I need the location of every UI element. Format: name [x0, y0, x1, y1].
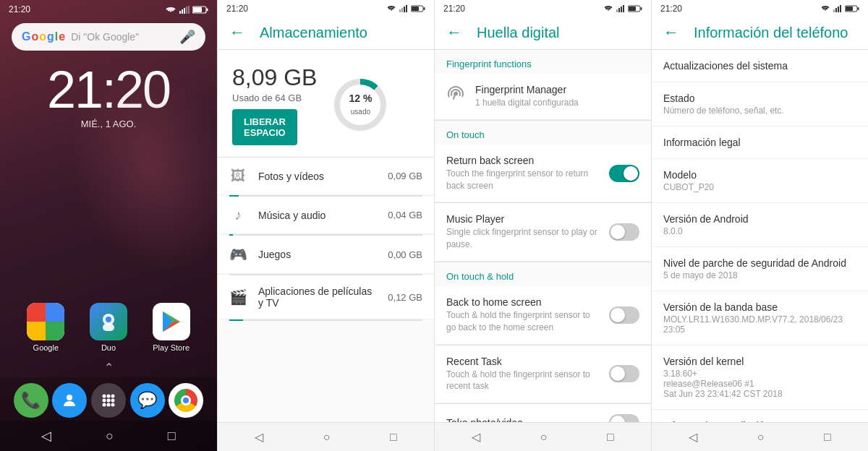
storage-back-nav[interactable]: ◁: [255, 430, 263, 444]
music-player-toggle[interactable]: [609, 223, 639, 241]
info-signal-icon: [833, 5, 842, 12]
svg-rect-21: [399, 9, 401, 12]
app-icon-google[interactable]: Google: [27, 303, 64, 352]
google-logo: Google: [22, 30, 65, 43]
fp-manager-title: Fingerprint Manager: [475, 84, 639, 95]
donut-chart: 12 % usado: [331, 76, 389, 134]
fp-back-btn[interactable]: ←: [446, 23, 462, 42]
storage-wifi-icon: [386, 5, 396, 12]
info-back-btn[interactable]: ←: [663, 23, 679, 42]
storage-item-music[interactable]: ♪ Música y audio 0,04 GB: [218, 197, 434, 234]
google-app-icon[interactable]: [27, 303, 64, 340]
info-banda[interactable]: Versión de la banda base MOLY.LR11.W1630…: [652, 291, 868, 345]
fp-home-screen-item[interactable]: Back to home screen Touch & hold the fin…: [435, 286, 651, 345]
liberar-espacio-btn[interactable]: LIBERARESPACIO: [232, 109, 297, 145]
info-estado-title: Estado: [663, 93, 856, 104]
fp-recent-nav[interactable]: □: [607, 431, 614, 444]
svg-rect-36: [629, 7, 636, 11]
dock-contacts[interactable]: [52, 383, 87, 418]
storage-item-movies[interactable]: 🎬 Aplicaciones de películas y TV 0,12 GB: [218, 275, 434, 319]
app-icons-row: Google Duo: [0, 288, 217, 358]
storage-nav-bar: ◁ ○ □: [218, 422, 434, 451]
google-search-bar[interactable]: Google Di "Ok Google" 🎤: [12, 23, 205, 51]
home-time: 21:20: [9, 4, 30, 14]
info-compilacion[interactable]: Número de compilación: [652, 410, 868, 422]
photo-toggle[interactable]: [609, 414, 639, 422]
storage-title: Almacenamiento: [260, 25, 367, 41]
home-nav-btn[interactable]: ○: [106, 429, 114, 444]
info-legal[interactable]: Información legal: [652, 126, 868, 159]
donut-label: 12 % usado: [349, 93, 372, 117]
dock-apps[interactable]: [91, 383, 126, 418]
info-modelo[interactable]: Modelo CUBOT_P20: [652, 159, 868, 203]
fp-manager-text: Fingerprint Manager 1 huella digital con…: [475, 84, 639, 109]
svg-rect-3: [186, 7, 187, 14]
fp-manager-desc: 1 huella digital configurada: [475, 97, 639, 109]
storage-item-photos[interactable]: 🖼 Fotos y vídeos 0,09 GB: [218, 158, 434, 195]
games-size: 0,00 GB: [388, 249, 422, 260]
dock-messages[interactable]: 💬: [130, 383, 165, 418]
fp-back-nav[interactable]: ◁: [472, 430, 480, 444]
fp-sensor-icon: [446, 85, 465, 103]
fp-music-player-item[interactable]: Music Player Single click fingerprint se…: [435, 203, 651, 262]
google-app-label: Google: [33, 343, 59, 352]
home-screen-toggle[interactable]: [609, 306, 639, 324]
games-label: Juegos: [258, 249, 376, 260]
info-estado[interactable]: Estado Número de teléfono, señal, etc.: [652, 82, 868, 126]
svg-point-11: [67, 395, 72, 400]
return-back-toggle[interactable]: [609, 165, 639, 182]
storage-item-games[interactable]: 🎮 Juegos 0,00 GB: [218, 236, 434, 274]
storage-stats: 8,09 GB Usado de 64 GB LIBERARESPACIO 12…: [218, 50, 434, 158]
back-nav-btn[interactable]: ◁: [41, 428, 51, 444]
info-content: Actualizaciones del sistema Estado Númer…: [652, 50, 868, 422]
photos-label: Fotos y vídeos: [258, 171, 376, 182]
svg-rect-1: [182, 9, 183, 14]
info-estado-value: Número de teléfono, señal, etc.: [663, 106, 856, 116]
storage-recent-nav[interactable]: □: [390, 431, 397, 444]
svg-point-12: [102, 395, 106, 398]
fp-home-nav[interactable]: ○: [540, 431, 548, 444]
movies-label: Aplicaciones de películas y TV: [258, 285, 376, 309]
music-icon: ♪: [229, 207, 247, 223]
fp-home-screen-title: Back to home screen: [446, 296, 600, 308]
recent-nav-btn[interactable]: □: [168, 429, 176, 444]
recent-task-toggle[interactable]: [609, 365, 639, 382]
info-time: 21:20: [660, 4, 682, 14]
svg-rect-33: [623, 5, 624, 12]
storage-battery-icon: [411, 5, 425, 12]
svg-rect-32: [621, 7, 622, 12]
fp-photo-item[interactable]: Take photo/video: [435, 404, 651, 422]
duo-logo: [98, 311, 119, 332]
storage-home-nav[interactable]: ○: [323, 431, 331, 444]
info-home-nav[interactable]: ○: [757, 431, 765, 444]
storage-content: 8,09 GB Usado de 64 GB LIBERARESPACIO 12…: [218, 50, 434, 422]
fp-manager-item[interactable]: Fingerprint Manager 1 huella digital con…: [435, 74, 651, 120]
info-recent-nav[interactable]: □: [824, 431, 831, 444]
fp-signal-icon: [616, 5, 625, 12]
storage-back-btn[interactable]: ←: [229, 23, 245, 42]
info-wifi-icon: [820, 5, 830, 12]
app-icon-duo[interactable]: Duo: [90, 303, 127, 352]
info-status-bar: 21:20: [652, 0, 868, 16]
fp-time: 21:20: [443, 4, 465, 14]
dock-chrome[interactable]: [169, 383, 203, 418]
fp-return-back-item[interactable]: Return back screen Touch the fingerprint…: [435, 145, 651, 203]
info-kernel[interactable]: Versión del kernel 3.18.60+ release@Rele…: [652, 345, 868, 410]
info-legal-title: Información legal: [663, 137, 856, 148]
svg-point-10: [106, 317, 111, 322]
movies-size: 0,12 GB: [388, 292, 422, 303]
duo-app-icon[interactable]: [90, 303, 127, 340]
mic-icon[interactable]: 🎤: [179, 29, 195, 45]
info-android[interactable]: Versión de Android 8.0.0: [652, 203, 868, 247]
info-updates[interactable]: Actualizaciones del sistema: [652, 50, 868, 82]
info-nav-bar: ◁ ○ □: [652, 422, 868, 451]
info-banda-value: MOLY.LR11.W1630.MD.MP.V77.2, 2018/06/23 …: [663, 314, 856, 335]
info-back-nav[interactable]: ◁: [689, 430, 697, 444]
fp-recent-task-item[interactable]: Recent Task Touch & hold the fingerprint…: [435, 345, 651, 404]
playstore-app-icon[interactable]: [153, 303, 190, 340]
app-icon-playstore[interactable]: Play Store: [153, 303, 190, 352]
svg-rect-35: [641, 7, 642, 10]
storage-panel: 21:20 ← Almacenamiento: [217, 0, 434, 451]
dock-phone[interactable]: 📞: [14, 383, 48, 418]
info-parche[interactable]: Nivel de parche de seguridad de Android …: [652, 247, 868, 291]
